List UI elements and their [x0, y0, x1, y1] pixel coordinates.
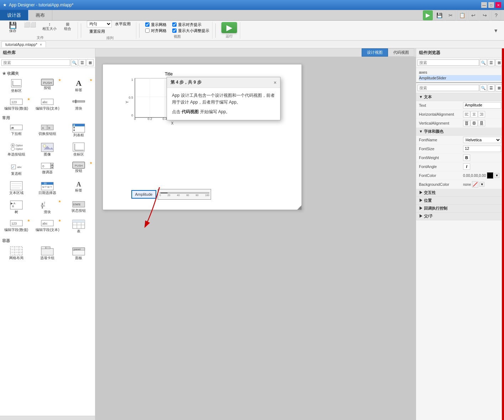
prop-fontsize-input[interactable]	[465, 146, 499, 151]
browser-item-axes[interactable]: axes	[419, 69, 501, 75]
tab-designer[interactable]: 设计器	[0, 10, 28, 20]
fontname-select[interactable]: Helvetica	[463, 137, 501, 143]
comp-tree[interactable]: ▶ A B 树	[1, 198, 31, 216]
copy-icon-top[interactable]: 📋	[457, 10, 467, 20]
align-center-btn[interactable]	[471, 111, 478, 117]
align-dropdown[interactable]: 均匀	[87, 21, 112, 27]
bgcolor-swatch[interactable]	[472, 181, 478, 188]
svg-text:■: ■	[73, 124, 75, 126]
comp-gridlayout[interactable]: 网格布局	[1, 244, 31, 262]
prop-text-input[interactable]	[465, 103, 499, 107]
text-section-header[interactable]: ▼ 文本	[416, 93, 504, 101]
component-search-button[interactable]: 🔍	[71, 59, 78, 66]
file-tab-close[interactable]: ×	[40, 43, 42, 47]
cut-icon-top[interactable]: ✂	[446, 10, 456, 20]
props-list-view[interactable]: ☰	[488, 84, 495, 91]
dialog-close-button[interactable]: ×	[274, 80, 277, 85]
code-view-tab[interactable]: 代码视图	[388, 48, 414, 57]
comp-editfield3[interactable]: ★ 123 编辑字段(数值)	[1, 217, 31, 235]
align-left-btn[interactable]	[463, 111, 470, 117]
slider-box[interactable]: 0 20 40 60 80 100	[158, 189, 211, 200]
comp-slider1[interactable]: 滑块	[64, 96, 94, 112]
parentchild-section-header[interactable]: ▶ 父/子	[416, 212, 504, 220]
run-icon-top[interactable]: ▶	[423, 10, 433, 20]
comp-textarea[interactable]: 文本区域	[1, 179, 31, 197]
align-right-btn[interactable]	[478, 111, 485, 117]
valign-bottom-btn[interactable]	[478, 120, 485, 126]
italic-button[interactable]: I	[463, 163, 470, 170]
font-section-header[interactable]: ▼ 字体和颜色	[416, 128, 504, 136]
comp-panel[interactable]: panel 面板	[64, 244, 94, 262]
fontcolor-swatch[interactable]	[487, 172, 493, 179]
component-scrollbar[interactable]	[0, 416, 95, 420]
align-button[interactable]: ⬜⬜	[21, 21, 38, 35]
h-apply-btn[interactable]: 水平应用	[112, 21, 133, 27]
comp-axes2[interactable]: 坐标区	[64, 141, 94, 158]
browser-search-input[interactable]	[418, 59, 479, 66]
comp-togglebtn[interactable]: A B 切换按钮组	[33, 121, 63, 139]
reset-btn[interactable]: 重置应用	[87, 28, 107, 35]
close-button[interactable]: ✕	[495, 2, 501, 8]
show-resize-checkbox[interactable]	[172, 28, 177, 33]
comp-editfield-num[interactable]: ★ 123 编辑字段(数值)	[1, 96, 31, 112]
combine-button[interactable]: ⊞ 组合	[61, 21, 75, 35]
position-section-header[interactable]: ▶ 位置	[416, 197, 504, 205]
comp-label2[interactable]: A 标签	[64, 179, 94, 197]
minimize-button[interactable]: —	[481, 2, 487, 8]
dialog-p2-link[interactable]: 代码视图	[182, 109, 199, 114]
undo-icon-top[interactable]: ↩	[468, 10, 478, 20]
show-align-checkbox[interactable]	[172, 22, 177, 27]
valign-top-btn[interactable]	[463, 120, 470, 126]
comp-statebtn[interactable]: STATE 状态按钮	[64, 198, 94, 216]
canvas-resize-handle[interactable]	[297, 205, 301, 210]
maximize-button[interactable]: □	[488, 2, 494, 8]
redo-icon-top[interactable]: ↪	[480, 10, 490, 20]
fontcolor-dropdown-btn[interactable]: ▼	[494, 173, 499, 178]
relmax-button[interactable]: ↕ 相互大小	[40, 21, 59, 35]
props-search-button[interactable]: 🔍	[480, 84, 487, 91]
props-grid-view[interactable]: ⊞	[495, 84, 503, 91]
bold-button[interactable]: B	[463, 154, 470, 161]
comp-axes1[interactable]: 坐标区	[1, 77, 31, 95]
comp-radiobtn[interactable]: Option 1 Option 2 单选按钮组	[1, 141, 31, 158]
comp-checkbox[interactable]: ✓ abc 复选框	[1, 160, 31, 178]
props-search-input[interactable]	[418, 85, 479, 91]
help-icon-top[interactable]: ?	[491, 10, 501, 20]
comp-spinner[interactable]: ▲ ▼ 0 微调器	[33, 160, 63, 178]
prop-text-value[interactable]	[463, 102, 501, 109]
tab-canvas[interactable]: 画布	[28, 10, 52, 20]
comp-button2[interactable]: ★ PUSH 按钮	[64, 160, 94, 178]
list-view-toggle[interactable]: ☰	[79, 59, 86, 66]
amplitude-label-box[interactable]: Amplitude	[131, 190, 156, 199]
comp-editfield-txt[interactable]: abc 编辑字段(文本)	[33, 96, 63, 112]
file-tab-tutorial[interactable]: tutorialApp.mlapp* ×	[1, 41, 46, 47]
interactivity-section-header[interactable]: ▶ 交互性	[416, 189, 504, 197]
callback-section-header[interactable]: ▶ 回调执行控制	[416, 205, 504, 212]
comp-dropdown[interactable]: ▼ ab 下拉框	[1, 121, 31, 139]
grid-view-toggle[interactable]: ⊞	[86, 59, 94, 66]
snap-grid-checkbox[interactable]	[145, 28, 149, 33]
toolbar-more-arrow[interactable]: ▼	[493, 28, 501, 33]
comp-editfield4[interactable]: ★ abc 编辑字段(文本)	[33, 217, 63, 235]
save-button[interactable]: 💾 保存	[6, 21, 20, 35]
prop-fontsize-value[interactable]	[463, 146, 501, 152]
browser-grid-view[interactable]: ⊞	[495, 59, 503, 66]
bgcolor-dropdown-btn[interactable]: ▼	[479, 182, 484, 187]
save-icon-top[interactable]: 💾	[434, 10, 444, 20]
comp-slider2[interactable]: ★ 2 1 滑块	[33, 198, 63, 216]
comp-tabgroup[interactable]: 选项卡组	[33, 244, 63, 262]
comp-label1[interactable]: ★ A 标签	[64, 77, 94, 95]
valign-center-btn[interactable]	[471, 120, 478, 126]
browser-search-button[interactable]: 🔍	[480, 59, 487, 66]
browser-item-slider[interactable]: AmplitudeSlider	[419, 75, 501, 81]
comp-table[interactable]: 表	[64, 217, 94, 235]
design-view-tab[interactable]: 设计视图	[362, 48, 388, 57]
comp-button1[interactable]: ★ PUSH 按钮	[33, 77, 63, 95]
run-button[interactable]: ▶	[221, 22, 237, 33]
comp-listbox[interactable]: ■ ■ ■ 列表框	[64, 121, 94, 139]
component-search-input[interactable]	[1, 59, 70, 66]
browser-list-view[interactable]: ☰	[488, 59, 495, 66]
show-grid-checkbox[interactable]	[145, 22, 149, 27]
comp-datepicker[interactable]: 30 M T W T 日期选择器	[33, 179, 63, 197]
comp-image[interactable]: 图像	[33, 141, 63, 158]
